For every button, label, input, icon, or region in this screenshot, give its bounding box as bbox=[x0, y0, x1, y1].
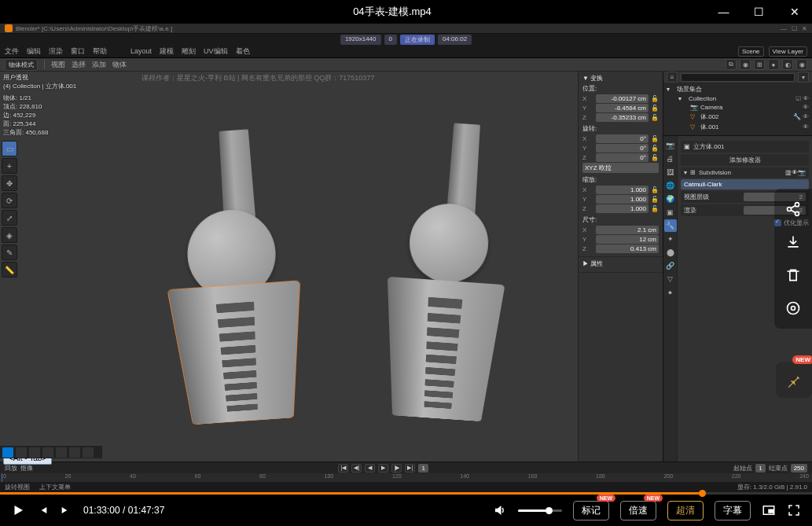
loc-y[interactable]: -8.4584 cm bbox=[596, 104, 648, 112]
taskbar-app2[interactable] bbox=[29, 447, 40, 458]
select-box-tool[interactable]: ▭ bbox=[2, 141, 17, 156]
frame-end[interactable]: 250 bbox=[791, 464, 807, 473]
dim-x[interactable]: 2.1 cm bbox=[596, 226, 659, 234]
viewlayer-field[interactable]: View Layer bbox=[769, 46, 807, 57]
scale-tool[interactable]: ⤢ bbox=[2, 210, 17, 226]
hdr-object[interactable]: 物体 bbox=[112, 60, 127, 70]
prop-tab-output[interactable]: 🖨 bbox=[664, 153, 677, 165]
rot-x[interactable]: 0° bbox=[596, 134, 648, 143]
3d-viewport[interactable]: 课程作者：星星之火-亨利 B站 | 网名有重名兄弟的那些 QQ群：7175103… bbox=[0, 72, 663, 462]
menu-edit[interactable]: 编辑 bbox=[27, 46, 41, 57]
move-tool[interactable]: ✥ bbox=[2, 175, 17, 191]
fullscreen-icon[interactable] bbox=[787, 503, 801, 517]
rot-y[interactable]: 0° bbox=[596, 144, 648, 153]
eye-icon[interactable]: 👁 bbox=[803, 123, 809, 131]
outliner-scene-collection[interactable]: ▾场景集合 bbox=[667, 84, 809, 94]
video-progress[interactable] bbox=[0, 492, 812, 495]
quality-button[interactable]: 超清 bbox=[667, 501, 704, 520]
taskbar-app3[interactable] bbox=[42, 447, 53, 458]
scene-field[interactable]: Scene bbox=[738, 46, 764, 57]
volume-icon[interactable] bbox=[493, 503, 507, 517]
pin-button[interactable]: NEW bbox=[776, 362, 812, 398]
playback-menu[interactable]: 回放 bbox=[5, 464, 17, 473]
workspace-sculpt[interactable]: 雕刻 bbox=[182, 46, 196, 57]
scale-y[interactable]: 1.000 bbox=[596, 195, 648, 204]
close-button[interactable]: ✕ bbox=[777, 0, 812, 24]
loc-x[interactable]: -0.00127 cm bbox=[596, 94, 648, 103]
menu-file[interactable]: 文件 bbox=[5, 46, 19, 57]
transform-tool[interactable]: ◈ bbox=[2, 227, 17, 243]
taskbar-app1[interactable] bbox=[16, 447, 27, 458]
rotate-tool[interactable]: ⟳ bbox=[2, 193, 17, 208]
play-rev-icon[interactable]: ◀ bbox=[365, 464, 375, 473]
hdr-view[interactable]: 视图 bbox=[51, 60, 65, 70]
transform-header[interactable]: ▼ 变换 bbox=[582, 74, 659, 83]
filter-icon[interactable]: ▾ bbox=[798, 72, 809, 83]
next-button[interactable] bbox=[60, 504, 72, 517]
outliner-mesh1[interactable]: ▽体.002🔧👁 bbox=[667, 112, 809, 122]
current-frame[interactable]: 1 bbox=[418, 464, 428, 473]
shade-wire-icon[interactable]: ⊞ bbox=[754, 59, 765, 70]
annotate-tool[interactable]: ✎ bbox=[2, 245, 17, 260]
scale-z[interactable]: 1.000 bbox=[596, 204, 648, 213]
prop-tab-scene[interactable]: 🌐 bbox=[664, 179, 677, 192]
mode-dropdown[interactable]: 物体模式 bbox=[5, 59, 38, 71]
pip-icon[interactable] bbox=[762, 503, 776, 517]
checkbox-icon[interactable]: ☑ bbox=[795, 95, 801, 102]
outliner-mesh2[interactable]: ▽体.001👁 bbox=[667, 122, 809, 132]
add-modifier-dropdown[interactable]: 添加修改器 bbox=[681, 154, 809, 166]
outliner-collection[interactable]: ▾Collection☑👁 bbox=[667, 94, 809, 103]
keying-menu[interactable]: 抠像 bbox=[20, 464, 33, 473]
delete-icon[interactable] bbox=[782, 264, 804, 286]
dim-z[interactable]: 0.413 cm bbox=[596, 245, 659, 253]
mod-vis-icons[interactable]: ▥👁📷 bbox=[785, 169, 806, 176]
next-key-icon[interactable]: |▶ bbox=[391, 464, 402, 473]
outliner-mode-icon[interactable]: ≡ bbox=[667, 72, 678, 83]
workspace-layout[interactable]: Layout bbox=[130, 47, 152, 55]
bookmark-button[interactable]: 标记NEW bbox=[573, 501, 609, 520]
taskbar-app4[interactable] bbox=[56, 447, 67, 458]
prop-tab-constraint[interactable]: 🔗 bbox=[664, 259, 677, 272]
prop-tab-render[interactable]: 📷 bbox=[664, 139, 677, 152]
loc-z[interactable]: -0.35233 cm bbox=[596, 113, 648, 122]
dim-y[interactable]: 12 cm bbox=[596, 235, 659, 244]
volume-slider[interactable] bbox=[518, 509, 562, 512]
scale-x[interactable]: 1.000 bbox=[596, 186, 648, 194]
shade-matprev-icon[interactable]: ◐ bbox=[782, 59, 793, 70]
prop-tab-material[interactable]: ● bbox=[664, 286, 677, 299]
prop-tab-viewlayer[interactable]: 🖼 bbox=[664, 166, 677, 178]
workspace-shading[interactable]: 着色 bbox=[236, 46, 250, 57]
blender-close[interactable]: ✕ bbox=[802, 25, 807, 32]
minimize-button[interactable]: — bbox=[706, 0, 741, 24]
share-icon[interactable] bbox=[782, 198, 804, 220]
taskbar-app6[interactable] bbox=[83, 447, 94, 458]
timeline-track[interactable]: 020406080100120140160180200220240 bbox=[0, 473, 812, 482]
shade-render-icon[interactable]: ◉ bbox=[796, 59, 807, 70]
prev-button[interactable] bbox=[36, 504, 49, 517]
eye-icon[interactable]: 👁 bbox=[803, 113, 809, 120]
blender-maximize[interactable]: ☐ bbox=[792, 25, 797, 32]
prop-tab-object[interactable]: ▣ bbox=[664, 206, 677, 219]
download-icon[interactable] bbox=[782, 231, 804, 253]
prop-tab-particles[interactable]: ✦ bbox=[664, 233, 677, 245]
prev-key-icon[interactable]: ◀| bbox=[351, 464, 362, 473]
prop-tab-world[interactable]: 🌍 bbox=[664, 193, 677, 205]
measure-tool[interactable]: 📏 bbox=[2, 262, 17, 278]
prop-tab-modifier[interactable]: 🔧 bbox=[664, 219, 677, 232]
menu-window[interactable]: 窗口 bbox=[71, 46, 85, 57]
eye-icon[interactable]: 👁 bbox=[803, 95, 809, 102]
blender-minimize[interactable]: — bbox=[781, 25, 787, 32]
speed-button[interactable]: 倍速NEW bbox=[620, 501, 656, 520]
snap-icon[interactable]: ⧉ bbox=[726, 59, 737, 70]
jump-end-icon[interactable]: ▶| bbox=[405, 464, 415, 473]
play-button[interactable] bbox=[11, 503, 25, 517]
workspace-modeling[interactable]: 建模 bbox=[160, 46, 174, 57]
prop-tab-data[interactable]: ▽ bbox=[664, 273, 677, 285]
hdr-select[interactable]: 选择 bbox=[72, 60, 86, 70]
outliner-camera[interactable]: 📷Camera👁 bbox=[667, 103, 809, 112]
rot-z[interactable]: 0° bbox=[596, 153, 648, 162]
rot-mode[interactable]: XYZ 欧拉 bbox=[582, 163, 659, 173]
subtitle-button[interactable]: 字幕 bbox=[715, 501, 751, 520]
workspace-uv[interactable]: UV编辑 bbox=[204, 46, 228, 57]
menu-help[interactable]: 帮助 bbox=[93, 46, 107, 57]
